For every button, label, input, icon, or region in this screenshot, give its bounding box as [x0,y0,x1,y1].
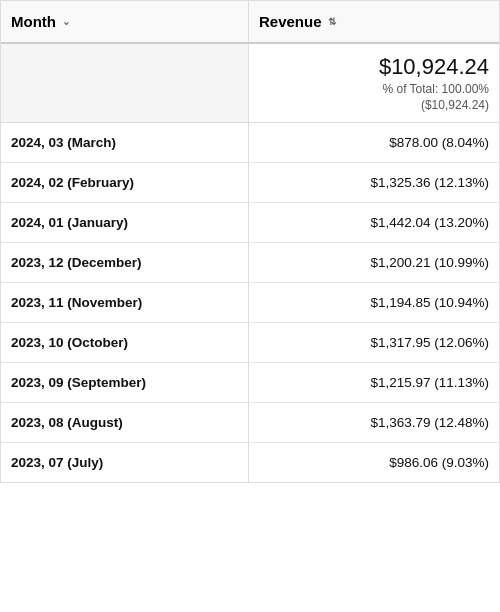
revenue-table: Month ⌄ Revenue ⇅ $10,924.24 % of Total:… [0,0,500,483]
table-row: 2024, 02 (February)$1,325.36 (12.13%) [1,163,499,203]
month-cell: 2023, 07 (July) [1,443,249,482]
month-cell: 2023, 12 (December) [1,243,249,282]
revenue-header-label: Revenue [259,13,322,30]
month-cell: 2023, 08 (August) [1,403,249,442]
summary-revenue-cell: $10,924.24 % of Total: 100.00% ($10,924.… [249,44,499,122]
table-row: 2023, 09 (September)$1,215.97 (11.13%) [1,363,499,403]
table-row: 2023, 07 (July)$986.06 (9.03%) [1,443,499,482]
summary-pct-label: % of Total: 100.00% [259,82,489,96]
table-row: 2023, 11 (November)$1,194.85 (10.94%) [1,283,499,323]
revenue-cell: $986.06 (9.03%) [249,443,499,482]
data-rows-container: 2024, 03 (March)$878.00 (8.04%)2024, 02 … [1,123,499,482]
summary-row: $10,924.24 % of Total: 100.00% ($10,924.… [1,44,499,123]
month-cell: 2023, 09 (September) [1,363,249,402]
table-header-row: Month ⌄ Revenue ⇅ [1,1,499,44]
month-cell: 2024, 01 (January) [1,203,249,242]
summary-pct-amount: ($10,924.24) [259,98,489,112]
revenue-cell: $1,200.21 (10.99%) [249,243,499,282]
table-row: 2023, 12 (December)$1,200.21 (10.99%) [1,243,499,283]
month-cell: 2024, 03 (March) [1,123,249,162]
month-cell: 2023, 10 (October) [1,323,249,362]
summary-total-value: $10,924.24 [259,54,489,80]
revenue-sort-icon[interactable]: ⇅ [328,16,336,27]
revenue-cell: $878.00 (8.04%) [249,123,499,162]
month-cell: 2023, 11 (November) [1,283,249,322]
revenue-cell: $1,215.97 (11.13%) [249,363,499,402]
month-sort-icon[interactable]: ⌄ [62,16,70,27]
revenue-cell: $1,363.79 (12.48%) [249,403,499,442]
summary-month-cell [1,44,249,122]
month-cell: 2024, 02 (February) [1,163,249,202]
revenue-cell: $1,325.36 (12.13%) [249,163,499,202]
revenue-cell: $1,442.04 (13.20%) [249,203,499,242]
revenue-cell: $1,194.85 (10.94%) [249,283,499,322]
revenue-cell: $1,317.95 (12.06%) [249,323,499,362]
table-row: 2024, 01 (January)$1,442.04 (13.20%) [1,203,499,243]
month-header-label: Month [11,13,56,30]
table-row: 2023, 10 (October)$1,317.95 (12.06%) [1,323,499,363]
revenue-column-header[interactable]: Revenue ⇅ [249,1,499,42]
table-row: 2024, 03 (March)$878.00 (8.04%) [1,123,499,163]
month-column-header[interactable]: Month ⌄ [1,1,249,42]
table-row: 2023, 08 (August)$1,363.79 (12.48%) [1,403,499,443]
